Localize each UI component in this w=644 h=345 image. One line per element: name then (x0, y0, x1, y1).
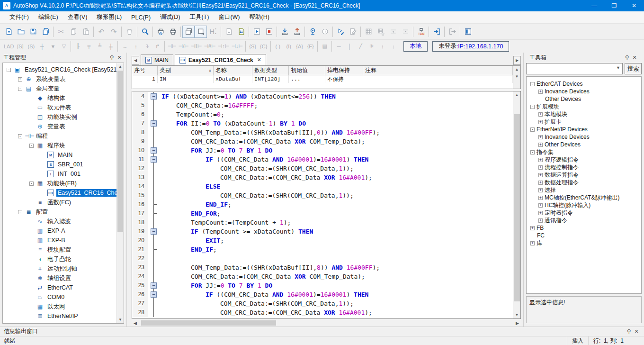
step-merge-icon[interactable]: ╪ (105, 41, 116, 52)
new-file-icon[interactable] (2, 26, 15, 38)
toolbox-item-14[interactable]: +选择 (527, 186, 641, 194)
line-corner-down-icon[interactable]: ↴ (141, 41, 152, 52)
code-vertical-scrollbar[interactable]: ▲ ▼ (513, 91, 520, 318)
expand-icon[interactable]: + (538, 112, 543, 117)
tree-item-0[interactable]: -▣Easy521_CRC16_Check [Easy521] (3, 65, 116, 74)
tree-item-5[interactable]: ◫功能块实例 (3, 112, 116, 122)
collapse-icon[interactable]: - (29, 144, 34, 148)
tree-item-6[interactable]: ⊕变量表 (3, 122, 116, 131)
tree-item-8[interactable]: -▦程序块 (3, 141, 116, 150)
scroll-down-icon[interactable]: ▼ (117, 316, 124, 323)
align-top-icon[interactable] (387, 26, 399, 38)
table-scroll-down-icon[interactable]: ▼ (513, 73, 520, 80)
toolbox-item-5[interactable]: +扩展卡 (527, 118, 641, 126)
expand-icon[interactable]: + (538, 135, 543, 139)
run-button[interactable] (250, 26, 263, 38)
fold-collapse-icon[interactable]: − (151, 291, 157, 298)
delete-vline-icon[interactable]: ✳ (366, 41, 377, 52)
contact-no-icon[interactable]: ⊣⊢ (166, 41, 177, 52)
line-up-icon[interactable]: ↑ (130, 41, 141, 52)
tab-main[interactable]: MMAIN (141, 54, 173, 65)
menu-item-6[interactable]: 工具(T) (185, 11, 214, 23)
compile-all-icon[interactable] (235, 26, 247, 38)
tree-item-22[interactable]: ✱轴组设置 (3, 273, 116, 283)
line-right-icon[interactable]: → (119, 41, 130, 52)
search-icon[interactable] (139, 26, 151, 38)
toolbox-item-9[interactable]: -指令集 (527, 148, 641, 156)
tab-scroll-right-icon[interactable]: ▶ (513, 56, 521, 65)
table-row[interactable]: 1INxDataBufINT[128]...不保持 (132, 75, 513, 83)
fold-collapse-icon[interactable]: − (151, 93, 157, 100)
contact-rising-icon[interactable]: ⊣↑⊢ (217, 41, 231, 52)
collapse-icon[interactable]: - (18, 210, 22, 214)
expand-icon[interactable]: + (538, 181, 543, 185)
restore-button[interactable]: ❐ (604, 0, 624, 11)
fold-collapse-icon[interactable]: − (151, 120, 157, 127)
collapse-icon[interactable]: - (530, 105, 535, 109)
mid-line-icon[interactable]: ┼ (36, 41, 47, 52)
minimize-button[interactable]: — (584, 0, 604, 11)
contact-parallel-nc-icon[interactable]: ⊣#⊢ (203, 41, 217, 52)
expand-icon[interactable]: + (538, 188, 543, 192)
expand-icon[interactable]: + (538, 211, 543, 215)
expand-icon[interactable]: + (538, 120, 543, 124)
tree-item-19[interactable]: ≡模块配置 (3, 245, 116, 254)
monitor-icon[interactable] (306, 26, 319, 38)
toolbox-item-1[interactable]: +Inovance Devices (527, 88, 641, 95)
copy-icon[interactable] (67, 26, 80, 38)
project-tree-scrollbar[interactable]: ▲ ▼ (116, 63, 124, 323)
column-header-4[interactable]: 初始值 (289, 66, 325, 75)
pin-icon[interactable]: ⚲ (625, 328, 633, 335)
collapse-icon[interactable]: - (7, 68, 11, 72)
code-horizontal-scrollbar[interactable]: ◀ ▶ (132, 319, 521, 327)
column-header-6[interactable]: 注释 (363, 66, 513, 75)
toolbox-item-4[interactable]: +本地模块 (527, 110, 641, 118)
expand-icon[interactable]: + (538, 143, 543, 147)
force-edit-icon[interactable] (347, 26, 359, 38)
tree-item-25[interactable]: ▦以太网 (3, 302, 116, 311)
menu-item-7[interactable]: 窗口(W) (214, 11, 244, 23)
online-delete-icon[interactable] (375, 26, 387, 38)
device-panel-icon[interactable] (462, 26, 474, 38)
tree-item-16[interactable]: ∿输入滤波 (3, 217, 116, 226)
login-button[interactable] (430, 26, 443, 38)
stop-button[interactable] (263, 26, 275, 38)
toolbox-item-8[interactable]: +Other Devices (527, 141, 641, 148)
expand-icon[interactable]: + (538, 90, 543, 94)
column-header-5[interactable]: 掉电保持 (325, 66, 363, 75)
tree-item-12[interactable]: -▦功能块(FB) (3, 179, 116, 188)
step-up-icon[interactable]: ┷ (94, 41, 105, 52)
expand-icon[interactable]: + (538, 218, 543, 223)
login-status-button[interactable]: 未登录:IP:192.168.1.170 (432, 41, 509, 52)
toolbox-item-3[interactable]: -扩展模块 (527, 103, 641, 110)
table-scrollbar[interactable]: ▲ ▼ (513, 66, 520, 89)
test-tool-icon[interactable]: TE|ST (415, 26, 427, 38)
print-icon[interactable] (167, 26, 179, 38)
toolbox-item-2[interactable]: Other Devices (527, 95, 641, 103)
toolbox-item-13[interactable]: +数据处理指令 (527, 179, 641, 186)
fold-collapse-icon[interactable]: − (151, 156, 157, 163)
code-scroll-thumb[interactable] (514, 114, 520, 301)
menu-item-8[interactable]: 帮助(H) (245, 11, 274, 23)
collapse-icon[interactable]: - (18, 87, 22, 91)
toolbox-item-6[interactable]: -EtherNet/IP Devices (527, 126, 641, 133)
toolbox-item-12[interactable]: +数据运算指令 (527, 171, 641, 179)
pin-icon[interactable]: ⚲ (108, 54, 116, 61)
close-icon[interactable]: ✕ (633, 328, 640, 335)
s-coil-icon[interactable]: (S) (26, 41, 36, 52)
scroll-up-icon[interactable]: ▲ (117, 63, 124, 70)
debug-write-icon[interactable] (334, 26, 347, 38)
set-coil-icon[interactable]: {S} (247, 41, 258, 52)
expand-icon[interactable]: + (538, 196, 543, 200)
cut-icon[interactable]: ✂ (55, 26, 67, 38)
toolbox-item-10[interactable]: +程序逻辑指令 (527, 156, 641, 163)
pin-icon[interactable]: ⚲ (623, 54, 631, 61)
menu-item-1[interactable]: 编辑(E) (34, 11, 63, 23)
lad-mode-icon[interactable]: LAD (3, 41, 15, 52)
column-header-2[interactable]: 名称 (214, 66, 252, 75)
menu-item-0[interactable]: 文件(F) (5, 11, 34, 23)
toolbox-item-0[interactable]: -EtherCAT Devices (527, 80, 641, 88)
chevron-down-icon[interactable]: ▼ (616, 65, 620, 70)
row-up-icon[interactable]: ↑ (377, 41, 388, 52)
delete-icon[interactable] (123, 26, 135, 38)
